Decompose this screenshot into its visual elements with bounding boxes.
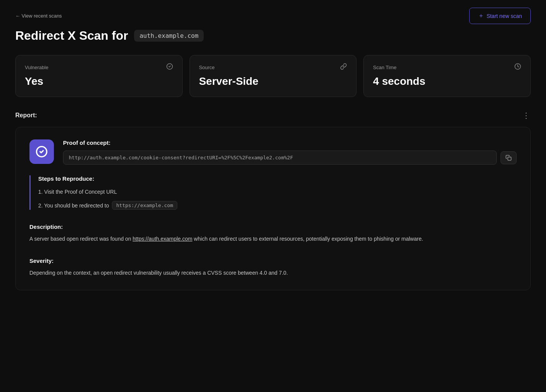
source-card: Source Server-Side <box>190 55 357 97</box>
severity-title: Severity: <box>29 258 517 264</box>
severity-section: Severity: Depending on the context, an o… <box>29 258 517 278</box>
link-icon <box>340 63 347 71</box>
scan-time-card: Scan Time 4 seconds <box>363 55 531 97</box>
poc-content: Proof of concept: http://auth.example.co… <box>63 139 517 165</box>
steps-section: Steps to Reproduce: 1. Visit the Proof o… <box>29 175 517 210</box>
domain-badge: auth.example.com <box>134 30 204 42</box>
report-label: Report: <box>15 112 37 119</box>
step-1-text: 1. Visit the Proof of Concept URL <box>38 189 117 195</box>
description-body-after: which can redirect users to external res… <box>192 236 423 242</box>
vulnerable-card: Vulnerable Yes <box>15 55 183 97</box>
steps-title: Steps to Reproduce: <box>38 175 517 182</box>
vulnerable-value: Yes <box>25 75 173 87</box>
more-options-button[interactable]: ⋮ <box>522 111 531 120</box>
report-card: Proof of concept: http://auth.example.co… <box>15 127 531 290</box>
poc-header-row: Proof of concept: http://auth.example.co… <box>29 139 517 165</box>
page-title: Redirect X Scan for <box>15 29 128 43</box>
back-link[interactable]: ← View recent scans <box>15 13 62 19</box>
copy-url-button[interactable] <box>501 151 517 164</box>
step-2-text: 2. You should be redirected to <box>38 202 109 209</box>
source-value: Server-Side <box>199 75 347 87</box>
description-section: Description: A server based open redirec… <box>29 224 517 244</box>
copy-icon <box>505 155 512 161</box>
report-header: Report: ⋮ <box>15 111 531 120</box>
page-title-row: Redirect X Scan for auth.example.com <box>15 29 531 43</box>
svg-rect-3 <box>508 157 511 160</box>
source-label: Source <box>199 65 215 70</box>
step-2: 2. You should be redirected to https://e… <box>38 201 517 210</box>
poc-icon-box <box>29 139 54 164</box>
step-1: 1. Visit the Proof of Concept URL <box>38 189 517 195</box>
description-body-before: A server based open redirect was found o… <box>29 236 133 242</box>
source-card-header: Source <box>199 63 347 71</box>
description-link[interactable]: https://auth.example.com <box>133 236 192 242</box>
poc-url-display: http://auth.example.com/cookie-consent?r… <box>63 151 497 165</box>
vulnerable-label: Vulnerable <box>25 65 49 70</box>
severity-body: Depending on the context, an open redire… <box>29 269 517 278</box>
top-nav: ← View recent scans ＋ Start new scan <box>15 8 531 24</box>
poc-url-row: http://auth.example.com/cookie-consent?r… <box>63 151 517 165</box>
clock-icon <box>514 63 521 71</box>
scan-time-value: 4 seconds <box>373 75 521 87</box>
scan-time-label: Scan Time <box>373 65 396 70</box>
check-circle-icon <box>166 63 173 71</box>
start-new-scan-label: Start new scan <box>486 13 522 19</box>
description-title: Description: <box>29 224 517 230</box>
start-new-scan-button[interactable]: ＋ Start new scan <box>469 8 531 24</box>
redirect-target-badge: https://example.com <box>112 201 177 210</box>
description-body: A server based open redirect was found o… <box>29 235 517 244</box>
vulnerable-card-header: Vulnerable <box>25 63 173 71</box>
plus-icon: ＋ <box>478 12 484 20</box>
back-link-label: ← View recent scans <box>15 13 62 19</box>
scan-time-card-header: Scan Time <box>373 63 521 71</box>
stat-cards: Vulnerable Yes Source Server-Side <box>15 55 531 97</box>
poc-check-icon <box>36 146 48 158</box>
poc-title: Proof of concept: <box>63 139 517 146</box>
